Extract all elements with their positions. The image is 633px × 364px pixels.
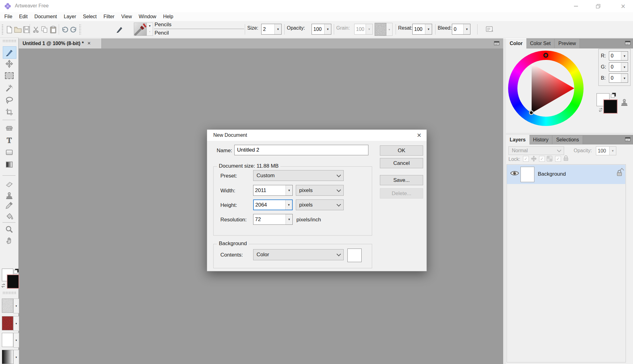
document-tab[interactable]: Untitled 1 @ 100% (8-bit) * × <box>19 38 102 48</box>
width-unit-select[interactable]: pixels <box>296 185 344 196</box>
tool-mosaic[interactable] <box>3 122 16 134</box>
paper-texture-swatch[interactable] <box>2 299 13 313</box>
panel-swap-colors-icon[interactable] <box>598 107 604 115</box>
tool-rect-select[interactable] <box>3 70 16 82</box>
swap-colors-icon[interactable] <box>1 282 7 290</box>
paste-button[interactable] <box>49 24 57 36</box>
grain-dropdown[interactable]: ▾ <box>366 24 372 34</box>
tool-text[interactable]: T <box>3 135 16 146</box>
tool-eyedropper[interactable] <box>3 199 16 211</box>
redo-button[interactable] <box>69 24 78 36</box>
height-dropdown[interactable]: ▾ <box>285 200 292 210</box>
menu-file[interactable]: File <box>1 14 16 19</box>
panel-background-swatch[interactable] <box>603 99 618 114</box>
brush-variant-label[interactable]: Pencil <box>155 30 169 36</box>
b-input[interactable] <box>609 74 621 82</box>
layer-thumbnail[interactable] <box>520 167 534 182</box>
brush-preview-dropdown[interactable]: ▾ · <box>147 23 153 36</box>
tool-shape[interactable] <box>3 146 16 158</box>
brush-preview[interactable] <box>134 23 147 36</box>
tool-hand[interactable] <box>3 235 16 246</box>
hue-marker[interactable] <box>543 53 548 58</box>
tool-lasso[interactable] <box>3 94 16 106</box>
tab-layers[interactable]: Layers <box>506 135 529 144</box>
menu-window[interactable]: Window <box>135 14 160 19</box>
background-color-picker[interactable] <box>347 249 362 262</box>
background-color-swatch[interactable] <box>7 274 19 289</box>
grain-input[interactable] <box>355 24 366 34</box>
tool-eraser[interactable] <box>3 178 16 190</box>
tab-preview[interactable]: Preview <box>554 39 580 48</box>
menu-layer[interactable]: Layer <box>60 14 79 19</box>
bleed-dropdown[interactable]: ▾ <box>463 24 470 34</box>
b-dropdown[interactable]: ▾ <box>621 74 628 82</box>
lock-transparency-checkbox[interactable]: ✓ <box>539 156 545 162</box>
tool-palette-drag-handle[interactable] <box>2 40 16 42</box>
color-triangle[interactable] <box>508 51 584 126</box>
tab-selections[interactable]: Selections <box>552 136 583 144</box>
copy-button[interactable] <box>40 24 49 36</box>
ok-button[interactable]: OK <box>380 145 423 156</box>
contents-select[interactable]: Color <box>253 249 344 260</box>
resat-input[interactable] <box>413 24 425 34</box>
layer-list-scrollbar-up[interactable] <box>618 166 626 173</box>
lock-all-checkbox[interactable]: ✓ <box>555 156 561 162</box>
bleed-input[interactable] <box>452 24 463 34</box>
toolbar-drag-handle[interactable] <box>79 24 81 35</box>
menu-edit[interactable]: Edit <box>16 14 31 19</box>
height-unit-select[interactable]: pixels <box>296 199 344 210</box>
grain-texture-swatch[interactable] <box>375 23 386 36</box>
menu-help[interactable]: Help <box>160 14 177 19</box>
layer-name[interactable]: Background <box>538 171 566 177</box>
palette-toggle-button[interactable] <box>484 24 495 35</box>
default-colors-icon[interactable] <box>14 269 19 275</box>
lock-position-checkbox[interactable]: ✓ <box>523 156 529 162</box>
tab-history[interactable]: History <box>529 136 553 144</box>
gradient-dropdown[interactable]: ▾ <box>13 350 19 364</box>
close-button[interactable]: × <box>613 0 633 12</box>
swatch-drag-handle[interactable] <box>2 291 16 294</box>
restore-button[interactable] <box>590 0 606 12</box>
cut-button[interactable] <box>32 24 40 36</box>
g-input[interactable] <box>609 63 621 71</box>
pattern-swatch[interactable] <box>2 316 13 330</box>
size-dropdown[interactable]: ▾ <box>274 24 281 34</box>
menu-view[interactable]: View <box>118 14 135 19</box>
panel-default-colors-icon[interactable] <box>611 93 616 99</box>
scatter-swatch[interactable] <box>2 333 13 347</box>
opacity-dropdown[interactable]: ▾ <box>324 24 331 34</box>
brush-category-label[interactable]: Pencils <box>155 22 172 28</box>
tool-zoom[interactable] <box>3 224 16 235</box>
size-input[interactable] <box>261 24 274 34</box>
tab-strip-menu-button[interactable] <box>493 40 501 47</box>
tool-paint-bucket[interactable] <box>3 211 16 222</box>
layer-opacity-input[interactable] <box>596 147 609 155</box>
preset-select[interactable]: Custom <box>253 170 344 181</box>
height-input[interactable] <box>254 200 285 210</box>
grain-texture-dropdown[interactable]: ▾ <box>386 23 393 36</box>
pattern-dropdown[interactable]: ▾ <box>13 316 19 331</box>
r-input[interactable] <box>609 52 621 60</box>
tab-color-set[interactable]: Color Set <box>526 39 555 48</box>
width-dropdown[interactable]: ▾ <box>286 185 292 195</box>
name-input[interactable] <box>234 145 368 155</box>
width-input[interactable] <box>253 185 286 195</box>
cancel-button[interactable]: Cancel <box>380 158 423 168</box>
menu-select[interactable]: Select <box>79 14 100 19</box>
scatter-dropdown[interactable]: ▾ <box>13 333 19 348</box>
minimize-button[interactable] <box>568 0 584 12</box>
tab-color[interactable]: Color <box>506 38 526 48</box>
layers-panel-menu-icon[interactable] <box>625 137 631 143</box>
blend-mode-select[interactable]: Normal <box>508 146 564 155</box>
tool-brush[interactable] <box>3 46 16 59</box>
tool-magic-wand[interactable] <box>3 82 16 94</box>
undo-button[interactable] <box>61 24 69 36</box>
color-panel-menu-icon[interactable] <box>625 41 631 46</box>
layer-opacity-dropdown[interactable]: ▾ <box>609 147 616 155</box>
new-document-button[interactable] <box>5 24 14 36</box>
tool-crop[interactable] <box>3 106 16 118</box>
document-tab-close-icon[interactable]: × <box>87 40 91 47</box>
delete-preset-button[interactable]: Delete... <box>380 188 423 199</box>
tool-move[interactable] <box>3 58 16 70</box>
dialog-close-button[interactable]: × <box>412 130 427 141</box>
